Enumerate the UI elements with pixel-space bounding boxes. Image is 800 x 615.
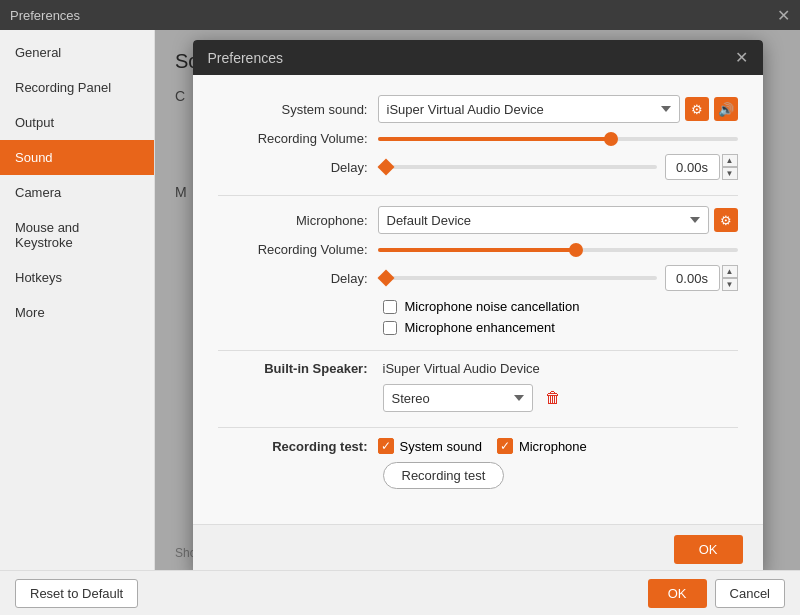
system-sound-volume-thumb[interactable] [604,132,618,146]
app-title: Preferences [10,8,80,23]
recording-test-system-sound-checkbox[interactable]: ✓ [378,438,394,454]
microphone-delay-down[interactable]: ▼ [722,278,738,291]
system-sound-delay-thumb[interactable] [377,159,394,176]
builtin-speaker-label: Built-in Speaker: [218,361,378,376]
microphone-delay-label: Delay: [218,271,378,286]
microphone-volume-track[interactable] [378,248,738,252]
microphone-volume-fill [378,248,576,252]
recording-test-section: Recording test: ✓ System sound ✓ Microph… [218,438,738,489]
microphone-volume-row: Recording Volume: [218,242,738,257]
microphone-section: Microphone: Default Device ⚙ Recording V… [218,206,738,335]
modal-overlay: Preferences ✕ System sound: iSuper Virtu… [155,30,800,570]
microphone-enhancement-row: Microphone enhancement [383,320,738,335]
system-sound-section: System sound: iSuper Virtual Audio Devic… [218,95,738,180]
system-sound-delay-slider[interactable] [378,165,657,169]
microphone-delay-up[interactable]: ▲ [722,265,738,278]
section-divider-3 [218,427,738,428]
sidebar-item-more[interactable]: More [0,295,154,330]
system-sound-volume-fill [378,137,612,141]
title-bar: Preferences ✕ [0,0,800,30]
section-divider-2 [218,350,738,351]
system-sound-volume-label: Recording Volume: [218,131,378,146]
microphone-delay-thumb[interactable] [377,270,394,287]
system-sound-delay-spinner: ▲ ▼ [722,154,738,180]
bottom-bar: Reset to Default OK Cancel [0,570,800,615]
microphone-delay-spinner: ▲ ▼ [722,265,738,291]
system-sound-gear-icon[interactable]: ⚙ [685,97,709,121]
title-bar-close-button[interactable]: ✕ [777,6,790,25]
modal-header: Preferences ✕ [193,40,763,75]
main-area: General Recording Panel Output Sound Cam… [0,30,800,570]
system-sound-volume-slider[interactable] [378,137,738,141]
system-sound-delay-up[interactable]: ▲ [722,154,738,167]
system-sound-delay-input-group: ▲ ▼ [665,154,738,180]
system-sound-volume-row: Recording Volume: [218,131,738,146]
recording-test-microphone-label: Microphone [519,439,587,454]
recording-test-label: Recording test: [218,439,378,454]
microphone-delay-slider[interactable] [378,276,657,280]
microphone-delay-input[interactable] [665,265,720,291]
noise-cancellation-label: Microphone noise cancellation [405,299,580,314]
content-area: Sound C M Show the left or right click s… [155,30,800,570]
builtin-speaker-row: Built-in Speaker: iSuper Virtual Audio D… [218,361,738,376]
recording-test-checkboxes-row: Recording test: ✓ System sound ✓ Microph… [218,438,738,454]
system-sound-delay-label: Delay: [218,160,378,175]
modal-ok-button[interactable]: OK [674,535,743,564]
preferences-modal: Preferences ✕ System sound: iSuper Virtu… [193,40,763,570]
bottom-right-buttons: OK Cancel [648,579,785,608]
system-sound-delay-row: Delay: ▲ ▼ [218,154,738,180]
system-sound-select[interactable]: iSuper Virtual Audio Device [378,95,680,123]
microphone-volume-label: Recording Volume: [218,242,378,257]
microphone-enhancement-label: Microphone enhancement [405,320,555,335]
recording-test-system-sound-label: System sound [400,439,482,454]
microphone-gear-icon[interactable]: ⚙ [714,208,738,232]
microphone-enhancement-checkbox[interactable] [383,321,397,335]
sidebar-item-recording-panel[interactable]: Recording Panel [0,70,154,105]
microphone-label: Microphone: [218,213,378,228]
system-sound-volume-track[interactable] [378,137,738,141]
noise-cancellation-checkbox[interactable] [383,300,397,314]
system-sound-speaker-icon[interactable]: 🔊 [714,97,738,121]
modal-body: System sound: iSuper Virtual Audio Devic… [193,75,763,524]
section-divider-1 [218,195,738,196]
recording-test-btn-row: Recording test [383,462,738,489]
microphone-delay-row: Delay: ▲ ▼ [218,265,738,291]
system-sound-delay-track[interactable] [378,165,657,169]
sidebar: General Recording Panel Output Sound Cam… [0,30,155,570]
sidebar-item-sound[interactable]: Sound [0,140,154,175]
reset-to-default-button[interactable]: Reset to Default [15,579,138,608]
system-sound-delay-input[interactable] [665,154,720,180]
recording-test-button[interactable]: Recording test [383,462,505,489]
modal-close-button[interactable]: ✕ [735,48,748,67]
microphone-volume-slider[interactable] [378,248,738,252]
builtin-speaker-section: Built-in Speaker: iSuper Virtual Audio D… [218,361,738,412]
stereo-row: Stereo 🗑 [383,384,738,412]
delete-icon[interactable]: 🗑 [541,386,565,410]
builtin-speaker-value: iSuper Virtual Audio Device [383,361,540,376]
system-sound-label: System sound: [218,102,378,117]
microphone-row: Microphone: Default Device ⚙ [218,206,738,234]
sidebar-item-general[interactable]: General [0,35,154,70]
modal-footer: OK [193,524,763,570]
sidebar-item-output[interactable]: Output [0,105,154,140]
system-sound-delay-down[interactable]: ▼ [722,167,738,180]
recording-test-microphone-checkbox[interactable]: ✓ [497,438,513,454]
microphone-delay-input-group: ▲ ▼ [665,265,738,291]
sidebar-item-hotkeys[interactable]: Hotkeys [0,260,154,295]
ok-button[interactable]: OK [648,579,707,608]
cancel-button[interactable]: Cancel [715,579,785,608]
microphone-volume-thumb[interactable] [569,243,583,257]
sidebar-item-mouse-keystroke[interactable]: Mouse and Keystroke [0,210,154,260]
microphone-select[interactable]: Default Device [378,206,709,234]
stereo-select[interactable]: Stereo [383,384,533,412]
noise-cancellation-row: Microphone noise cancellation [383,299,738,314]
system-sound-row: System sound: iSuper Virtual Audio Devic… [218,95,738,123]
sidebar-item-camera[interactable]: Camera [0,175,154,210]
microphone-delay-track[interactable] [378,276,657,280]
modal-title: Preferences [208,50,283,66]
